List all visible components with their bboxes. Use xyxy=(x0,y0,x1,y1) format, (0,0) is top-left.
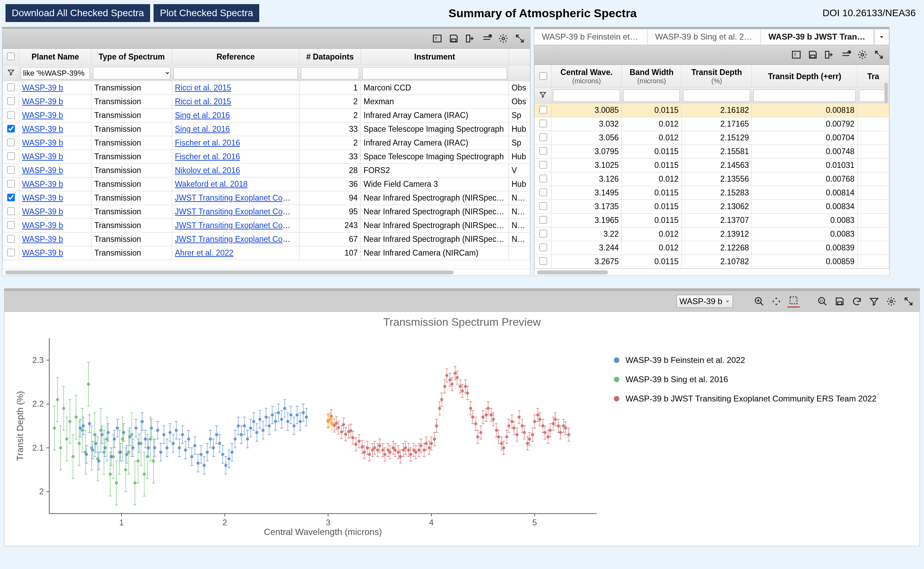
planet-selector[interactable]: WASP-39 b xyxy=(677,295,733,308)
filter-icon[interactable] xyxy=(7,69,15,78)
table-row[interactable]: WASP-39 bTransmissionSing et al. 201633S… xyxy=(3,122,530,136)
table-row[interactable]: 3.17350.01152.130620.00834 xyxy=(535,200,889,214)
save-chart-icon[interactable] xyxy=(834,295,846,307)
row-checkbox[interactable] xyxy=(7,249,15,256)
table-row[interactable]: WASP-39 bTransmissionWakeford et al. 201… xyxy=(3,178,530,191)
row-checkbox[interactable] xyxy=(7,138,15,146)
reference-link[interactable]: Nikolov et al. 2016 xyxy=(175,166,240,175)
planet-link[interactable]: WASP-39 b xyxy=(22,234,63,243)
row-checkbox[interactable] xyxy=(7,180,15,187)
download-checked-button[interactable]: Download All Checked Spectra xyxy=(6,4,150,22)
expand-icon[interactable] xyxy=(873,49,885,61)
col-central-wave[interactable]: Central Wave.(microns) xyxy=(552,65,622,88)
table-row[interactable]: WASP-39 bTransmissionJWST Transiting Exo… xyxy=(3,219,530,233)
col-reference[interactable]: Reference xyxy=(172,49,299,65)
box-select-icon[interactable] xyxy=(787,295,800,307)
filter-datapoints-input[interactable] xyxy=(301,67,359,79)
table-row[interactable]: WASP-39 bTransmissionJWST Transiting Exo… xyxy=(3,191,530,205)
chart-settings-icon[interactable] xyxy=(885,295,898,307)
filter-merr-input[interactable] xyxy=(859,90,887,102)
row-checkbox[interactable] xyxy=(540,202,547,210)
col-transit-depth-perr[interactable]: Transit Depth (+err) xyxy=(752,65,858,88)
table-row[interactable]: WASP-39 bTransmissionRicci et al. 20151M… xyxy=(3,81,530,95)
row-checkbox[interactable] xyxy=(540,147,547,155)
row-checkbox[interactable] xyxy=(7,221,15,229)
add-column-icon[interactable] xyxy=(464,32,476,45)
row-checkbox[interactable] xyxy=(540,243,547,251)
col-spectrum-type[interactable]: Type of Spectrum xyxy=(91,49,172,65)
table-row[interactable]: WASP-39 bTransmissionFischer et al. 2016… xyxy=(3,150,530,164)
text-columns-icon[interactable]: T xyxy=(431,32,444,45)
table-row[interactable]: 3.00850.01152.161820.00818 xyxy=(535,103,889,117)
settings-icon[interactable] xyxy=(497,32,509,45)
undo-icon[interactable] xyxy=(851,295,863,307)
zoom-in-icon[interactable] xyxy=(753,295,765,307)
zoom-reset-icon[interactable]: 1x xyxy=(816,295,829,307)
col-band-width[interactable]: Band Width(microns) xyxy=(622,65,682,88)
save-icon[interactable] xyxy=(807,49,819,61)
planet-link[interactable]: WASP-39 b xyxy=(22,111,63,120)
planet-link[interactable]: WASP-39 b xyxy=(22,152,63,161)
legend-item[interactable]: WASP-39 b Feinstein et al. 2022 xyxy=(614,355,877,365)
row-checkbox[interactable] xyxy=(7,111,15,119)
table-row[interactable]: 3.0560.0122.151290.00704 xyxy=(535,131,889,145)
info-icon[interactable]: i xyxy=(480,32,493,45)
table-row[interactable]: 3.2440.0122.122680.00839 xyxy=(535,241,889,255)
filter-icon[interactable] xyxy=(539,91,547,100)
reference-link[interactable]: Fischer et al. 2016 xyxy=(175,138,240,147)
reference-link[interactable]: Ahrer et al. 2022 xyxy=(175,248,233,257)
col-transit-depth[interactable]: Transit Depth(%) xyxy=(682,65,752,88)
row-checkbox[interactable] xyxy=(540,189,547,196)
table-row[interactable]: WASP-39 bTransmissionJWST Transiting Exo… xyxy=(3,205,530,219)
table-row[interactable]: 3.1260.0122.135560.00768 xyxy=(535,172,889,186)
detail-tab[interactable]: WASP-39 b Sing et al. 2016 xyxy=(647,29,761,45)
table-row[interactable]: WASP-39 bTransmissionRicci et al. 20152M… xyxy=(3,95,530,109)
reference-link[interactable]: Ricci et al. 2015 xyxy=(175,97,231,106)
reference-link[interactable]: JWST Transiting Exoplanet Community xyxy=(175,234,299,243)
save-icon[interactable] xyxy=(448,32,460,45)
right-horizontal-scrollbar[interactable] xyxy=(534,269,889,275)
reference-link[interactable]: Ricci et al. 2015 xyxy=(175,83,231,92)
table-row[interactable]: WASP-39 bTransmissionAhrer et al. 202210… xyxy=(3,246,530,260)
row-checkbox[interactable] xyxy=(540,134,547,141)
filter-type-select[interactable] xyxy=(93,67,171,79)
info-icon[interactable]: i xyxy=(840,49,852,61)
filter-reference-input[interactable] xyxy=(174,67,298,79)
tab-overflow-menu[interactable] xyxy=(874,29,889,45)
col-datapoints[interactable]: # Datapoints xyxy=(299,49,361,65)
row-checkbox[interactable] xyxy=(7,84,15,91)
expand-icon[interactable] xyxy=(514,32,526,45)
settings-icon[interactable] xyxy=(856,49,869,61)
add-column-icon[interactable] xyxy=(823,49,836,61)
planet-link[interactable]: WASP-39 b xyxy=(22,83,63,92)
filter-planet-input[interactable] xyxy=(21,67,90,79)
filter-perr-input[interactable] xyxy=(753,90,856,102)
row-checkbox[interactable] xyxy=(7,235,15,242)
row-checkbox[interactable] xyxy=(540,161,547,169)
table-row[interactable]: 3.26750.01152.107820.00859 xyxy=(535,255,889,269)
table-row[interactable]: 3.220.0122.139120.0083 xyxy=(535,227,889,241)
table-row[interactable]: WASP-39 bTransmissionSing et al. 20162In… xyxy=(3,109,530,122)
spectrum-chart[interactable]: 1234522.12.22.3Central Wavelength (micro… xyxy=(11,335,604,541)
reference-link[interactable]: Wakeford et al. 2018 xyxy=(175,180,247,189)
expand-chart-icon[interactable] xyxy=(902,295,915,307)
row-checkbox[interactable] xyxy=(540,106,547,114)
legend-item[interactable]: WASP-39 b JWST Transiting Exoplanet Comm… xyxy=(614,394,877,403)
table-row[interactable]: WASP-39 bTransmissionFischer et al. 2016… xyxy=(3,136,530,150)
detail-tab[interactable]: WASP-39 b Feinstein et al. 2... xyxy=(534,29,648,45)
planet-link[interactable]: WASP-39 b xyxy=(22,221,63,230)
planet-link[interactable]: WASP-39 b xyxy=(22,193,63,202)
reference-link[interactable]: JWST Transiting Exoplanet Community xyxy=(175,221,299,230)
planet-link[interactable]: WASP-39 b xyxy=(22,248,63,257)
filter-depth-input[interactable] xyxy=(683,90,750,102)
reference-link[interactable]: Sing et al. 2016 xyxy=(175,111,230,120)
planet-link[interactable]: WASP-39 b xyxy=(22,207,63,216)
reference-link[interactable]: Sing et al. 2016 xyxy=(175,125,230,134)
table-row[interactable]: 3.19650.01152.137070.0083 xyxy=(535,214,889,227)
row-checkbox[interactable] xyxy=(7,125,15,132)
row-checkbox[interactable] xyxy=(540,216,547,224)
row-checkbox[interactable] xyxy=(7,166,15,174)
row-checkbox[interactable] xyxy=(540,257,547,265)
planet-link[interactable]: WASP-39 b xyxy=(22,180,63,189)
table-row[interactable]: 3.0320.0122.171650.00792 xyxy=(535,117,889,131)
